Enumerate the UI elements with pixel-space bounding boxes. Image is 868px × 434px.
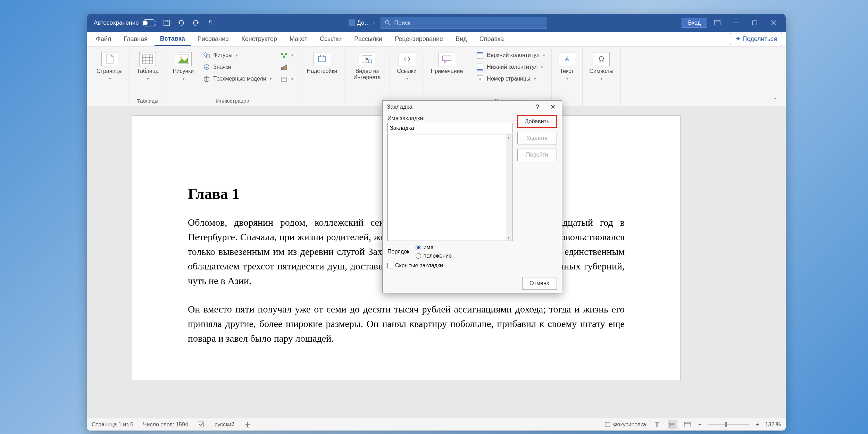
zoom-out-button[interactable]: − <box>698 422 701 428</box>
online-video-button[interactable]: Видео из Интернета <box>348 50 386 83</box>
focus-mode-button[interactable]: Фокусировка <box>604 422 646 428</box>
goto-button[interactable]: Перейти <box>517 149 557 161</box>
screenshot-button[interactable]: ▾ <box>277 74 296 84</box>
picture-icon <box>175 52 192 66</box>
shapes-button[interactable]: Фигуры▾ <box>200 50 274 60</box>
group-links: Ссылки▾ <box>390 49 424 106</box>
print-layout-icon[interactable] <box>668 420 677 429</box>
paragraph-mark-icon[interactable]: ¶ <box>206 19 215 27</box>
symbols-button[interactable]: Ω Символы▾ <box>586 50 617 83</box>
text-button[interactable]: A Текст▾ <box>555 50 579 83</box>
cube-icon <box>203 75 210 83</box>
footer-button[interactable]: Нижний колонтитул▾ <box>474 62 548 72</box>
svg-rect-44 <box>605 423 610 427</box>
maximize-icon[interactable] <box>746 16 763 30</box>
bookmark-list[interactable] <box>387 134 512 241</box>
tab-home[interactable]: Главная <box>118 33 153 45</box>
bookmark-name-input[interactable] <box>387 123 512 133</box>
icons-button[interactable]: Значки <box>200 62 274 72</box>
tab-view[interactable]: Вид <box>450 33 473 45</box>
smartart-icon <box>280 51 288 59</box>
addins-button[interactable]: Надстройки <box>303 50 341 76</box>
language-indicator[interactable]: русский <box>215 422 234 428</box>
autosave-label: Автосохранение <box>94 19 139 26</box>
ribbon-display-icon[interactable] <box>709 16 726 30</box>
svg-rect-0 <box>164 20 169 26</box>
screenshot-icon <box>280 75 288 83</box>
save-icon[interactable] <box>162 19 171 27</box>
focus-icon <box>604 422 611 427</box>
collapse-ribbon-icon[interactable]: ⌃ <box>768 93 783 106</box>
tab-file[interactable]: Файл <box>90 33 117 45</box>
zoom-slider[interactable] <box>708 424 749 425</box>
group-addins: Надстройки <box>300 49 345 106</box>
svg-rect-25 <box>281 67 283 70</box>
svg-text:A: A <box>564 56 569 62</box>
tab-review[interactable]: Рецензирование <box>389 33 449 45</box>
chart-button[interactable] <box>277 62 296 72</box>
tab-references[interactable]: Ссылки <box>314 33 347 45</box>
search-input[interactable]: Поиск <box>381 17 547 29</box>
undo-icon[interactable] <box>177 19 185 27</box>
footer-icon <box>476 63 484 71</box>
table-button[interactable]: Таблица▾ <box>133 50 162 83</box>
pagenumber-button[interactable]: #Номер страницы▾ <box>474 74 548 84</box>
accessibility-icon[interactable] <box>244 422 251 428</box>
3dmodels-button[interactable]: Трехмерные модели▾ <box>200 74 274 84</box>
hidden-bookmarks-checkbox[interactable]: Скрытые закладки <box>387 262 512 269</box>
tab-draw[interactable]: Рисование <box>192 33 235 45</box>
tab-mailings[interactable]: Рассылки <box>349 33 388 45</box>
svg-rect-34 <box>443 56 451 61</box>
svg-rect-31 <box>320 55 323 57</box>
pictures-button[interactable]: Рисунки▾ <box>169 50 197 83</box>
share-icon <box>735 36 741 42</box>
smartart-button[interactable]: ▾ <box>277 50 296 60</box>
comment-button[interactable]: Примечание <box>427 50 467 76</box>
sort-label: Порядок: <box>387 249 411 255</box>
svg-rect-38 <box>477 69 483 70</box>
tab-help[interactable]: Справка <box>474 33 510 45</box>
page-indicator[interactable]: Страница 1 из 6 <box>92 422 133 428</box>
tab-insert[interactable]: Вставка <box>155 32 191 46</box>
dialog-help-icon[interactable]: ? <box>533 102 542 112</box>
toggle-switch[interactable] <box>142 19 156 26</box>
web-layout-icon[interactable] <box>683 420 692 429</box>
page-icon <box>101 52 118 66</box>
sort-by-name-radio[interactable]: имя <box>416 244 452 251</box>
tab-design[interactable]: Конструктор <box>236 33 283 45</box>
spellcheck-icon[interactable] <box>198 422 205 428</box>
share-button[interactable]: Поделиться <box>730 33 782 45</box>
links-button[interactable]: Ссылки▾ <box>393 50 420 83</box>
sort-by-location-radio[interactable]: положение <box>416 253 452 259</box>
autosave-toggle[interactable]: Автосохранение <box>94 19 156 26</box>
login-button[interactable]: Вход <box>682 18 707 28</box>
textbox-icon: A <box>559 52 575 66</box>
tab-layout[interactable]: Макет <box>284 33 313 45</box>
svg-rect-2 <box>349 19 355 26</box>
pages-button[interactable]: Страницы▾ <box>93 50 126 83</box>
list-scrollbar[interactable] <box>506 134 512 241</box>
redo-icon[interactable] <box>192 19 200 27</box>
bookmark-name-label: Имя закладки: <box>387 115 512 122</box>
header-icon <box>476 51 484 59</box>
document-name[interactable]: До… ▾ <box>349 19 375 26</box>
svg-rect-42 <box>198 422 203 427</box>
zoom-level[interactable]: 132 % <box>765 422 781 428</box>
word-doc-icon <box>349 19 355 26</box>
dialog-close-icon[interactable]: ✕ <box>548 102 558 112</box>
word-count[interactable]: Число слов: 1594 <box>143 422 188 428</box>
add-button[interactable]: Добавить <box>517 115 557 128</box>
zoom-in-button[interactable]: + <box>756 422 759 428</box>
cancel-button[interactable]: Отмена <box>522 277 557 290</box>
minimize-icon[interactable] <box>727 16 745 30</box>
addins-icon <box>314 52 330 66</box>
bookmark-dialog: Закладка ? ✕ Имя закладки: Порядок: имя … <box>382 100 562 293</box>
group-symbols: Ω Символы▾ <box>583 49 621 106</box>
read-mode-icon[interactable] <box>652 420 661 429</box>
header-button[interactable]: Верхний колонтитул▾ <box>474 50 548 60</box>
group-comments: Примечание <box>424 49 470 106</box>
svg-rect-22 <box>281 53 283 55</box>
delete-button[interactable]: Удалить <box>517 132 557 144</box>
close-icon[interactable] <box>765 16 782 30</box>
svg-text:#: # <box>479 77 482 81</box>
